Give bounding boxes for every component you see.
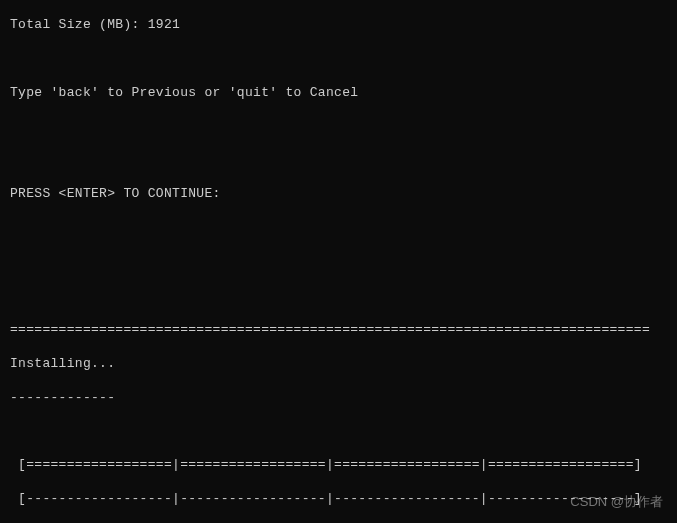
terminal-line: PRESS <ENTER> TO CONTINUE: — [10, 186, 667, 203]
terminal-output[interactable]: Total Size (MB): 1921 Type 'back' to Pre… — [10, 0, 667, 523]
terminal-line: ------------- — [10, 390, 667, 407]
terminal-line — [10, 51, 667, 68]
terminal-line: [==================|==================|=… — [10, 457, 667, 474]
terminal-line — [10, 288, 667, 305]
terminal-line — [10, 152, 667, 169]
terminal-line: Type 'back' to Previous or 'quit' to Can… — [10, 85, 667, 102]
terminal-line — [10, 220, 667, 237]
terminal-line — [10, 119, 667, 136]
terminal-line: Installing... — [10, 356, 667, 373]
terminal-line — [10, 424, 667, 441]
terminal-line: ========================================… — [10, 322, 667, 339]
terminal-line: Total Size (MB): 1921 — [10, 17, 667, 34]
terminal-line: [------------------|------------------|-… — [10, 491, 667, 508]
watermark-label: CSDN @协作者 — [570, 494, 663, 511]
terminal-line — [10, 254, 667, 271]
